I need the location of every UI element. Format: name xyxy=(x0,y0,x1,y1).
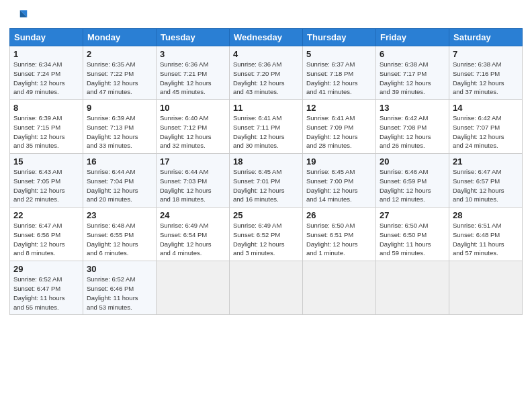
day-number: 27 xyxy=(380,210,445,220)
calendar-day-cell: 30Sunrise: 6:52 AMSunset: 6:46 PMDayligh… xyxy=(83,261,157,315)
calendar-week-row: 1Sunrise: 6:34 AMSunset: 7:24 PMDaylight… xyxy=(10,46,523,100)
calendar-day-cell: 23Sunrise: 6:48 AMSunset: 6:55 PMDayligh… xyxy=(83,208,157,261)
day-info: Sunrise: 6:42 AMSunset: 7:07 PMDaylight:… xyxy=(453,113,519,150)
calendar-day-header: Saturday xyxy=(449,29,523,46)
calendar-day-cell xyxy=(230,261,303,315)
calendar-day-cell: 15Sunrise: 6:43 AMSunset: 7:05 PMDayligh… xyxy=(10,154,83,208)
day-info: Sunrise: 6:36 AMSunset: 7:20 PMDaylight:… xyxy=(233,60,299,97)
calendar-day-cell: 8Sunrise: 6:39 AMSunset: 7:15 PMDaylight… xyxy=(10,100,83,154)
calendar-table: SundayMondayTuesdayWednesdayThursdayFrid… xyxy=(9,28,523,315)
day-number: 2 xyxy=(87,49,152,59)
day-info: Sunrise: 6:45 AMSunset: 7:00 PMDaylight:… xyxy=(306,167,372,204)
calendar-day-header: Friday xyxy=(376,29,449,46)
calendar-day-cell: 29Sunrise: 6:52 AMSunset: 6:47 PMDayligh… xyxy=(10,261,83,315)
calendar-day-cell xyxy=(449,261,523,315)
day-number: 9 xyxy=(87,103,152,113)
day-info: Sunrise: 6:43 AMSunset: 7:05 PMDaylight:… xyxy=(13,167,79,204)
day-info: Sunrise: 6:37 AMSunset: 7:18 PMDaylight:… xyxy=(306,60,372,97)
calendar-week-row: 15Sunrise: 6:43 AMSunset: 7:05 PMDayligh… xyxy=(10,154,523,208)
day-number: 12 xyxy=(306,103,372,113)
day-info: Sunrise: 6:35 AMSunset: 7:22 PMDaylight:… xyxy=(87,60,152,97)
calendar-day-cell: 14Sunrise: 6:42 AMSunset: 7:07 PMDayligh… xyxy=(449,100,523,154)
calendar-day-cell: 9Sunrise: 6:39 AMSunset: 7:13 PMDaylight… xyxy=(83,100,157,154)
day-info: Sunrise: 6:49 AMSunset: 6:54 PMDaylight:… xyxy=(160,221,226,258)
calendar-week-row: 29Sunrise: 6:52 AMSunset: 6:47 PMDayligh… xyxy=(10,261,523,315)
day-number: 26 xyxy=(306,210,372,220)
calendar-day-cell: 27Sunrise: 6:50 AMSunset: 6:50 PMDayligh… xyxy=(376,208,449,261)
day-number: 17 xyxy=(160,156,226,167)
day-number: 16 xyxy=(87,156,152,167)
day-info: Sunrise: 6:49 AMSunset: 6:52 PMDaylight:… xyxy=(233,221,299,258)
day-info: Sunrise: 6:45 AMSunset: 7:01 PMDaylight:… xyxy=(233,167,299,204)
day-info: Sunrise: 6:44 AMSunset: 7:04 PMDaylight:… xyxy=(87,167,152,204)
day-info: Sunrise: 6:50 AMSunset: 6:51 PMDaylight:… xyxy=(306,221,372,258)
day-number: 30 xyxy=(87,264,152,274)
day-number: 28 xyxy=(453,210,519,220)
day-number: 11 xyxy=(233,103,299,113)
calendar-day-header: Thursday xyxy=(303,29,376,46)
day-number: 3 xyxy=(160,49,226,59)
calendar-day-cell: 19Sunrise: 6:45 AMSunset: 7:00 PMDayligh… xyxy=(303,154,376,208)
day-info: Sunrise: 6:52 AMSunset: 6:46 PMDaylight:… xyxy=(87,275,152,312)
day-info: Sunrise: 6:51 AMSunset: 6:48 PMDaylight:… xyxy=(453,221,519,258)
day-number: 4 xyxy=(233,49,299,59)
calendar-day-cell: 1Sunrise: 6:34 AMSunset: 7:24 PMDaylight… xyxy=(10,46,83,100)
calendar-day-cell xyxy=(303,261,376,315)
day-info: Sunrise: 6:38 AMSunset: 7:16 PMDaylight:… xyxy=(453,60,519,97)
calendar-day-cell: 6Sunrise: 6:38 AMSunset: 7:17 PMDaylight… xyxy=(376,46,449,100)
calendar-day-cell: 4Sunrise: 6:36 AMSunset: 7:20 PMDaylight… xyxy=(230,46,303,100)
logo-icon xyxy=(9,7,28,26)
day-number: 5 xyxy=(306,49,372,59)
calendar-day-cell: 12Sunrise: 6:41 AMSunset: 7:09 PMDayligh… xyxy=(303,100,376,154)
day-info: Sunrise: 6:47 AMSunset: 6:57 PMDaylight:… xyxy=(453,167,519,204)
calendar-day-header: Sunday xyxy=(10,29,83,46)
day-number: 22 xyxy=(13,210,79,220)
calendar-day-cell: 24Sunrise: 6:49 AMSunset: 6:54 PMDayligh… xyxy=(157,208,230,261)
day-number: 6 xyxy=(380,49,445,59)
calendar-day-header: Monday xyxy=(83,29,157,46)
day-number: 21 xyxy=(453,156,519,167)
day-number: 7 xyxy=(453,49,519,59)
day-number: 23 xyxy=(87,210,152,220)
day-number: 13 xyxy=(380,103,445,113)
calendar-day-cell: 28Sunrise: 6:51 AMSunset: 6:48 PMDayligh… xyxy=(449,208,523,261)
calendar-day-cell: 13Sunrise: 6:42 AMSunset: 7:08 PMDayligh… xyxy=(376,100,449,154)
day-info: Sunrise: 6:34 AMSunset: 7:24 PMDaylight:… xyxy=(13,60,79,97)
calendar-day-cell xyxy=(376,261,449,315)
day-number: 29 xyxy=(13,264,79,274)
day-info: Sunrise: 6:50 AMSunset: 6:50 PMDaylight:… xyxy=(380,221,445,258)
calendar-day-header: Tuesday xyxy=(157,29,230,46)
day-info: Sunrise: 6:42 AMSunset: 7:08 PMDaylight:… xyxy=(380,113,445,150)
calendar-day-cell: 11Sunrise: 6:41 AMSunset: 7:11 PMDayligh… xyxy=(230,100,303,154)
day-number: 18 xyxy=(233,156,299,167)
calendar-day-cell: 25Sunrise: 6:49 AMSunset: 6:52 PMDayligh… xyxy=(230,208,303,261)
day-number: 19 xyxy=(306,156,372,167)
calendar-day-cell: 7Sunrise: 6:38 AMSunset: 7:16 PMDaylight… xyxy=(449,46,523,100)
day-info: Sunrise: 6:39 AMSunset: 7:13 PMDaylight:… xyxy=(87,113,152,150)
day-number: 20 xyxy=(380,156,445,167)
calendar-day-cell: 16Sunrise: 6:44 AMSunset: 7:04 PMDayligh… xyxy=(83,154,157,208)
day-info: Sunrise: 6:41 AMSunset: 7:09 PMDaylight:… xyxy=(306,113,372,150)
calendar-day-cell: 5Sunrise: 6:37 AMSunset: 7:18 PMDaylight… xyxy=(303,46,376,100)
calendar-week-row: 22Sunrise: 6:47 AMSunset: 6:56 PMDayligh… xyxy=(10,208,523,261)
day-info: Sunrise: 6:47 AMSunset: 6:56 PMDaylight:… xyxy=(13,221,79,258)
calendar-day-cell: 20Sunrise: 6:46 AMSunset: 6:59 PMDayligh… xyxy=(376,154,449,208)
day-number: 25 xyxy=(233,210,299,220)
day-info: Sunrise: 6:44 AMSunset: 7:03 PMDaylight:… xyxy=(160,167,226,204)
day-info: Sunrise: 6:36 AMSunset: 7:21 PMDaylight:… xyxy=(160,60,226,97)
calendar-day-cell: 3Sunrise: 6:36 AMSunset: 7:21 PMDaylight… xyxy=(157,46,230,100)
day-info: Sunrise: 6:38 AMSunset: 7:17 PMDaylight:… xyxy=(380,60,445,97)
day-number: 24 xyxy=(160,210,226,220)
calendar-week-row: 8Sunrise: 6:39 AMSunset: 7:15 PMDaylight… xyxy=(10,100,523,154)
day-number: 1 xyxy=(13,49,79,59)
calendar-day-cell: 17Sunrise: 6:44 AMSunset: 7:03 PMDayligh… xyxy=(157,154,230,208)
calendar-day-cell: 2Sunrise: 6:35 AMSunset: 7:22 PMDaylight… xyxy=(83,46,157,100)
calendar-day-header: Wednesday xyxy=(230,29,303,46)
day-info: Sunrise: 6:46 AMSunset: 6:59 PMDaylight:… xyxy=(380,167,445,204)
calendar-day-cell: 10Sunrise: 6:40 AMSunset: 7:12 PMDayligh… xyxy=(157,100,230,154)
day-info: Sunrise: 6:39 AMSunset: 7:15 PMDaylight:… xyxy=(13,113,79,150)
day-number: 8 xyxy=(13,103,79,113)
calendar-header-row: SundayMondayTuesdayWednesdayThursdayFrid… xyxy=(10,29,523,46)
day-number: 14 xyxy=(453,103,519,113)
logo xyxy=(9,7,30,26)
